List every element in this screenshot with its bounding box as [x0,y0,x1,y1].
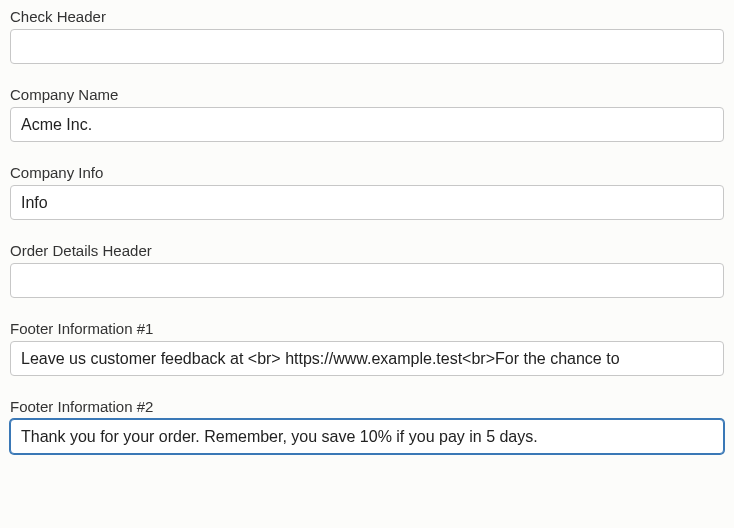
check-header-label: Check Header [10,8,724,25]
order-details-header-label: Order Details Header [10,242,724,259]
footer-info-1-input[interactable] [10,341,724,376]
company-info-input[interactable] [10,185,724,220]
check-header-input[interactable] [10,29,724,64]
field-check-header: Check Header [10,8,724,64]
company-info-label: Company Info [10,164,724,181]
field-company-info: Company Info [10,164,724,220]
footer-info-1-label: Footer Information #1 [10,320,724,337]
field-footer-info-1: Footer Information #1 [10,320,724,376]
footer-info-2-label: Footer Information #2 [10,398,724,415]
field-footer-info-2: Footer Information #2 [10,398,724,454]
field-order-details-header: Order Details Header [10,242,724,298]
field-company-name: Company Name [10,86,724,142]
order-details-header-input[interactable] [10,263,724,298]
company-name-input[interactable] [10,107,724,142]
footer-info-2-input[interactable] [10,419,724,454]
company-name-label: Company Name [10,86,724,103]
